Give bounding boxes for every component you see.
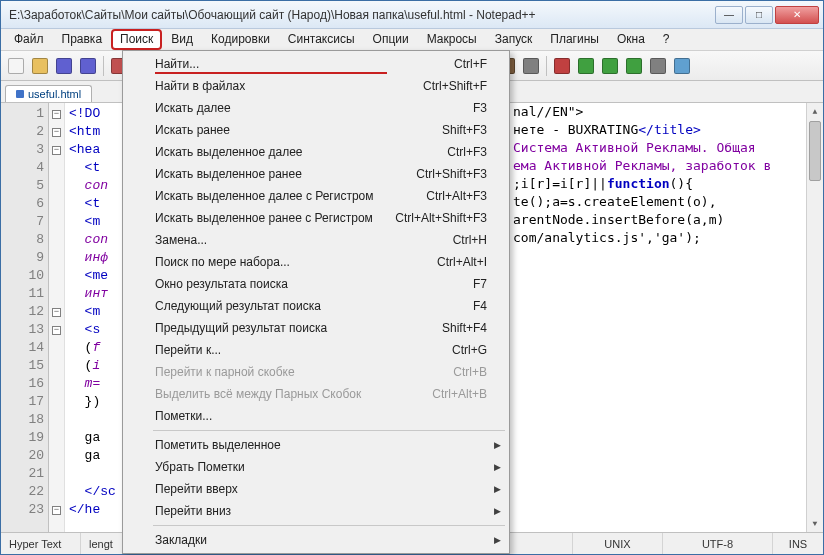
save-all-button[interactable] (77, 55, 99, 77)
menu-item-замена-[interactable]: Замена...Ctrl+H (125, 229, 507, 251)
menubar: ФайлПравкаПоискВидКодировкиСинтаксисыОпц… (1, 29, 823, 51)
menu-item-пометить-выделенное[interactable]: Пометить выделенное▶ (125, 434, 507, 456)
menu-item-перейти-вверх[interactable]: Перейти вверх▶ (125, 478, 507, 500)
open-button[interactable] (29, 55, 51, 77)
menu-плагины[interactable]: Плагины (541, 29, 608, 50)
menu-синтаксисы[interactable]: Синтаксисы (279, 29, 364, 50)
play-multi-button[interactable] (599, 55, 621, 77)
save-button[interactable] (53, 55, 75, 77)
maximize-button[interactable]: □ (745, 6, 773, 24)
monitor-button[interactable] (520, 55, 542, 77)
search-dropdown-menu: Найти...Ctrl+FНайти в файлахCtrl+Shift+F… (122, 50, 510, 554)
menu-поиск[interactable]: Поиск (111, 29, 162, 50)
submenu-arrow-icon: ▶ (494, 506, 501, 516)
menu-item-закладки[interactable]: Закладки▶ (125, 529, 507, 551)
playlist-button[interactable] (647, 55, 669, 77)
scroll-up-arrow[interactable]: ▲ (807, 103, 823, 120)
vertical-scrollbar[interactable]: ▲ ▼ (806, 103, 823, 532)
menu-item-искать-выделенное-ранее-с-регистром[interactable]: Искать выделенное ранее с РегистромCtrl+… (125, 207, 507, 229)
stop-icon (626, 58, 642, 74)
file-tab[interactable]: useful.html (5, 85, 92, 102)
play-button[interactable] (575, 55, 597, 77)
scroll-down-arrow[interactable]: ▼ (807, 515, 823, 532)
tab-label: useful.html (28, 88, 81, 100)
close-button[interactable]: ✕ (775, 6, 819, 24)
menu-item-перейти-к-[interactable]: Перейти к...Ctrl+G (125, 339, 507, 361)
play-icon (578, 58, 594, 74)
spell-icon (674, 58, 690, 74)
menu-item-пометки-[interactable]: Пометки... (125, 405, 507, 427)
window-controls: — □ ✕ (715, 6, 819, 24)
menu-item-перейти-к-парной-скобке: Перейти к парной скобкеCtrl+B (125, 361, 507, 383)
menu-item-искать-далее[interactable]: Искать далееF3 (125, 97, 507, 119)
menu-item-убрать-пометки[interactable]: Убрать Пометки▶ (125, 456, 507, 478)
menu-вид[interactable]: Вид (162, 29, 202, 50)
file-icon (16, 90, 24, 98)
menu-кодировки[interactable]: Кодировки (202, 29, 279, 50)
record-button[interactable] (551, 55, 573, 77)
menu-item-поиск-по-мере-набора-[interactable]: Поиск по мере набора...Ctrl+Alt+I (125, 251, 507, 273)
minimize-button[interactable]: — (715, 6, 743, 24)
menu-item-выделить-всё-между-парных-скобок: Выделить всё между Парных СкобокCtrl+Alt… (125, 383, 507, 405)
status-ins: INS (773, 533, 823, 554)
record-icon (554, 58, 570, 74)
monitor-icon (523, 58, 539, 74)
menu-файл[interactable]: Файл (5, 29, 53, 50)
menu-item-найти-[interactable]: Найти...Ctrl+F (125, 53, 507, 75)
menu-правка[interactable]: Правка (53, 29, 112, 50)
submenu-arrow-icon: ▶ (494, 535, 501, 545)
menu-item-искать-выделенное-ранее[interactable]: Искать выделенное ранееCtrl+Shift+F3 (125, 163, 507, 185)
menu-item-искать-выделенное-далее-с-регистром[interactable]: Искать выделенное далее с РегистромCtrl+… (125, 185, 507, 207)
submenu-arrow-icon: ▶ (494, 462, 501, 472)
menu-?[interactable]: ? (654, 29, 679, 50)
open-icon (32, 58, 48, 74)
menu-item-предыдущий-результат-поиска[interactable]: Предыдущий результат поискаShift+F4 (125, 317, 507, 339)
stop-button[interactable] (623, 55, 645, 77)
menu-item-искать-ранее[interactable]: Искать ранееShift+F3 (125, 119, 507, 141)
menu-запуск[interactable]: Запуск (486, 29, 542, 50)
new-icon (8, 58, 24, 74)
fold-margin: −−− −− − (49, 103, 65, 532)
submenu-arrow-icon: ▶ (494, 484, 501, 494)
new-button[interactable] (5, 55, 27, 77)
playlist-icon (650, 58, 666, 74)
play-multi-icon (602, 58, 618, 74)
save-all-icon (80, 58, 96, 74)
menu-item-искать-выделенное-далее[interactable]: Искать выделенное далееCtrl+F3 (125, 141, 507, 163)
menu-item-окно-результата-поиска[interactable]: Окно результата поискаF7 (125, 273, 507, 295)
status-encoding: UTF-8 (663, 533, 773, 554)
menu-item-найти-в-файлах[interactable]: Найти в файлахCtrl+Shift+F (125, 75, 507, 97)
menu-опции[interactable]: Опции (364, 29, 418, 50)
menu-item-перейти-вниз[interactable]: Перейти вниз▶ (125, 500, 507, 522)
status-eol: UNIX (573, 533, 663, 554)
titlebar: E:\Заработок\Сайты\Мои сайты\Обочающий с… (1, 1, 823, 29)
status-language: Hyper Text (1, 533, 81, 554)
save-icon (56, 58, 72, 74)
menu-макросы[interactable]: Макросы (418, 29, 486, 50)
menu-item-следующий-результат-поиска[interactable]: Следующий результат поискаF4 (125, 295, 507, 317)
scroll-thumb[interactable] (809, 121, 821, 181)
submenu-arrow-icon: ▶ (494, 440, 501, 450)
window-title: E:\Заработок\Сайты\Мои сайты\Обочающий с… (9, 8, 715, 22)
menu-окна[interactable]: Окна (608, 29, 654, 50)
line-gutter: 1234567891011121314151617181920212223 (1, 103, 49, 532)
spell-button[interactable] (671, 55, 693, 77)
